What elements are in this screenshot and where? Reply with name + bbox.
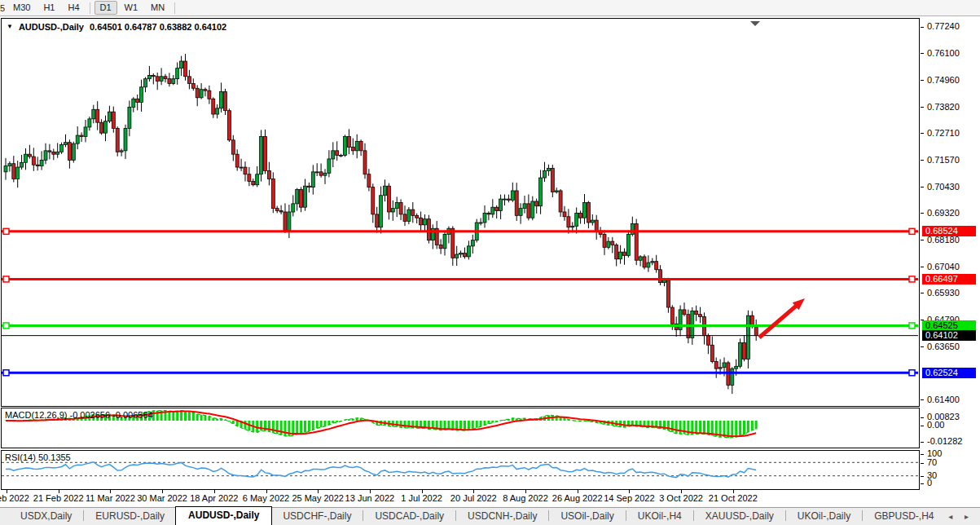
macd-histogram-bar bbox=[396, 421, 398, 427]
line-handle[interactable] bbox=[909, 323, 915, 329]
macd-histogram-bar bbox=[244, 421, 247, 430]
tick-dash bbox=[921, 160, 924, 161]
tick-text: 0.73820 bbox=[927, 102, 960, 112]
candle-bullish bbox=[140, 87, 143, 103]
candle-bullish bbox=[256, 174, 259, 185]
tick-dash bbox=[921, 417, 924, 418]
candle-bearish bbox=[116, 128, 119, 152]
candle-bullish bbox=[467, 246, 470, 257]
candle-bearish bbox=[507, 199, 510, 200]
tab-gbpusd-h4[interactable]: GBPUSD-,H4 bbox=[864, 508, 944, 525]
tick-text: 0.65930 bbox=[927, 288, 960, 298]
candle-bullish bbox=[547, 169, 550, 171]
price-tick-label: 0.71570 bbox=[921, 155, 960, 165]
tab-audusd-daily[interactable]: AUDUSD-,Daily bbox=[175, 506, 272, 525]
candle-bullish bbox=[315, 172, 319, 173]
line-handle[interactable] bbox=[3, 323, 9, 329]
candle-bullish bbox=[746, 315, 749, 359]
tab-separator bbox=[548, 510, 549, 521]
macd-histogram-bar bbox=[324, 421, 327, 426]
candle-bearish bbox=[36, 165, 39, 165]
timeframe-button-mn[interactable]: MN bbox=[145, 1, 170, 15]
chart-shift-marker-icon[interactable] bbox=[750, 21, 760, 26]
symbol-dropdown-icon[interactable]: ▼ bbox=[7, 23, 13, 31]
line-handle[interactable] bbox=[909, 276, 915, 282]
tab-usdx-daily[interactable]: USDX,Daily bbox=[10, 508, 82, 525]
main-chart-panel[interactable]: ▼ AUDUSD-,Daily 0.64501 0.64787 0.63882 … bbox=[1, 18, 920, 407]
tab-usdchf-daily[interactable]: USDCHF-,Daily bbox=[272, 508, 362, 525]
candle-bearish bbox=[68, 143, 71, 161]
tab-eurusd-daily[interactable]: EURUSD-,Daily bbox=[85, 508, 175, 525]
price-tick-label: 0.76100 bbox=[921, 48, 960, 58]
line-handle[interactable] bbox=[909, 228, 915, 234]
tick-text: 0.72710 bbox=[927, 128, 960, 138]
tab-usdcad-daily[interactable]: USDCAD-,Daily bbox=[364, 508, 455, 525]
candle-bearish bbox=[387, 186, 390, 212]
candle-bearish bbox=[80, 135, 83, 136]
tick-text: 0.76100 bbox=[927, 48, 960, 58]
macd-histogram-bar bbox=[747, 421, 749, 432]
candle-bullish bbox=[24, 154, 28, 162]
timeframe-button-h1[interactable]: H1 bbox=[37, 1, 60, 15]
timeframe-button-h4[interactable]: H4 bbox=[62, 1, 85, 15]
trend-arrow-shaft[interactable] bbox=[759, 305, 798, 338]
candle-bearish bbox=[208, 90, 211, 99]
candle-bearish bbox=[12, 164, 15, 179]
candle-bullish bbox=[200, 90, 203, 98]
candle-bullish bbox=[511, 191, 514, 201]
candle-bearish bbox=[136, 99, 139, 102]
candle-bearish bbox=[695, 311, 698, 314]
candle-bearish bbox=[403, 214, 407, 222]
candle-bearish bbox=[595, 220, 598, 231]
candle-bearish bbox=[152, 75, 155, 76]
candle-bearish bbox=[184, 61, 187, 77]
candle-bullish bbox=[647, 262, 650, 267]
line-handle[interactable] bbox=[3, 276, 9, 282]
rsi-indicator-panel[interactable]: RSI(14) 50.1355 bbox=[1, 450, 920, 490]
macd-indicator-panel[interactable]: MACD(12,26,9) -0.002656 -0.006564 bbox=[1, 408, 920, 448]
macd-histogram-bar bbox=[304, 421, 306, 433]
timeframe-button-partial[interactable]: 5 bbox=[0, 3, 7, 13]
timeframe-button-m30[interactable]: M30 bbox=[7, 1, 36, 15]
candle-bullish bbox=[619, 252, 622, 259]
candle-bearish bbox=[235, 154, 239, 167]
timeframe-button-w1[interactable]: W1 bbox=[119, 1, 144, 15]
tab-separator bbox=[626, 510, 626, 521]
line-handle[interactable] bbox=[3, 370, 9, 376]
candle-bullish bbox=[104, 121, 108, 133]
macd-histogram-bar bbox=[280, 421, 283, 435]
tab-separator bbox=[693, 510, 694, 521]
macd-histogram-bar bbox=[348, 419, 350, 421]
tab-xauusd-daily[interactable]: XAUUSD-,Daily bbox=[695, 508, 784, 525]
price-tick-label: 0.70430 bbox=[921, 182, 960, 192]
tick-dash bbox=[921, 107, 924, 108]
candle-bullish bbox=[523, 204, 526, 209]
candle-bearish bbox=[666, 280, 670, 307]
line-handle[interactable] bbox=[3, 228, 9, 234]
macd-histogram-bar bbox=[312, 421, 314, 430]
price-axis[interactable]: 0.772400.761000.749600.738200.727100.715… bbox=[921, 18, 980, 491]
candle-bullish bbox=[144, 79, 147, 87]
candle-bullish bbox=[459, 254, 463, 254]
candle-bullish bbox=[296, 190, 299, 204]
date-axis[interactable]: 2 Feb 202221 Feb 202211 Mar 202230 Mar 2… bbox=[0, 490, 980, 506]
tab-usdcnh-daily[interactable]: USDCNH-,Daily bbox=[457, 508, 547, 525]
candle-bearish bbox=[367, 174, 371, 188]
tab-ukoil-daily[interactable]: UKOil-,Daily bbox=[787, 508, 861, 525]
tab-usoil-daily[interactable]: USOil-,Daily bbox=[550, 508, 624, 525]
rsi-tick-label: 70 bbox=[921, 457, 937, 467]
candle-bearish bbox=[351, 148, 354, 151]
tab-scroll-arrows[interactable]: ◂ ▸ bbox=[948, 512, 973, 521]
candle-bearish bbox=[191, 83, 195, 88]
tick-dash bbox=[921, 240, 924, 240]
candle-bullish bbox=[124, 128, 127, 150]
candle-bullish bbox=[44, 151, 47, 161]
line-handle[interactable] bbox=[909, 370, 915, 376]
candle-bearish bbox=[611, 241, 614, 245]
tab-ukoil-h4[interactable]: UKOil-,H4 bbox=[627, 508, 692, 525]
candlestick-canvas[interactable] bbox=[2, 19, 918, 405]
timeframe-button-d1[interactable]: D1 bbox=[94, 1, 117, 15]
candle-bullish bbox=[20, 162, 24, 167]
candle-bearish bbox=[527, 204, 530, 218]
tick-dash bbox=[921, 346, 924, 347]
